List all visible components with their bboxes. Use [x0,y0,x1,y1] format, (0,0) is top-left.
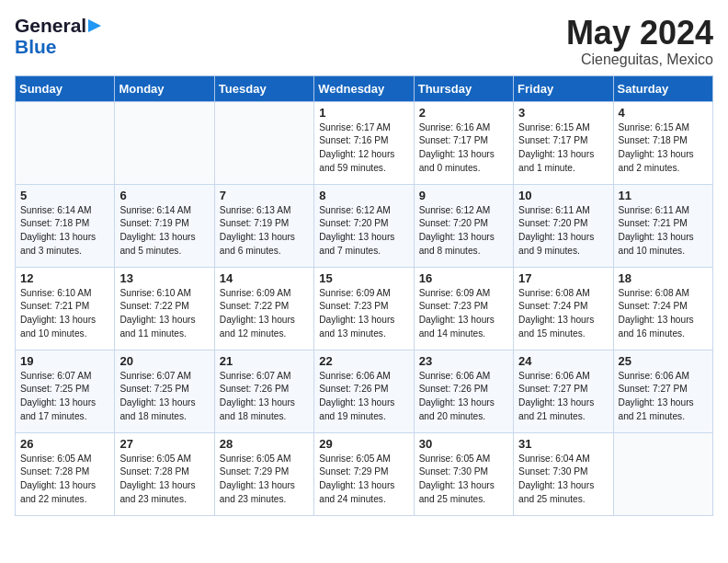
calendar-cell: 24Sunrise: 6:06 AMSunset: 7:27 PMDayligh… [514,350,613,432]
day-info: Sunrise: 6:10 AMSunset: 7:21 PMDaylight:… [20,287,109,341]
calendar-cell: 9Sunrise: 6:12 AMSunset: 7:20 PMDaylight… [414,184,513,267]
calendar-cell: 26Sunrise: 6:05 AMSunset: 7:28 PMDayligh… [16,432,115,515]
logo-general-text: General [15,15,86,36]
col-header-saturday: Saturday [613,75,712,101]
day-number: 18 [619,271,708,285]
day-number: 9 [419,189,508,202]
calendar-cell: 3Sunrise: 6:15 AMSunset: 7:17 PMDaylight… [514,101,613,184]
day-info: Sunrise: 6:12 AMSunset: 7:20 PMDaylight:… [319,204,408,259]
calendar-cell: 27Sunrise: 6:05 AMSunset: 7:28 PMDayligh… [115,432,214,515]
logo: General Blue [15,15,105,57]
calendar-cell: 29Sunrise: 6:05 AMSunset: 7:29 PMDayligh… [314,432,414,515]
calendar-cell: 5Sunrise: 6:14 AMSunset: 7:18 PMDaylight… [16,184,115,267]
col-header-wednesday: Wednesday [314,75,414,101]
calendar-cell [613,432,712,515]
day-number: 2 [419,106,508,120]
day-number: 19 [20,354,109,368]
calendar-cell: 14Sunrise: 6:09 AMSunset: 7:22 PMDayligh… [214,267,313,350]
day-number: 14 [220,271,309,285]
day-info: Sunrise: 6:12 AMSunset: 7:20 PMDaylight:… [419,204,508,259]
day-number: 17 [518,271,608,285]
col-header-tuesday: Tuesday [214,75,313,101]
calendar-cell: 8Sunrise: 6:12 AMSunset: 7:20 PMDaylight… [314,184,414,267]
day-number: 12 [20,271,109,285]
day-info: Sunrise: 6:14 AMSunset: 7:19 PMDaylight:… [119,204,209,259]
calendar-cell: 12Sunrise: 6:10 AMSunset: 7:21 PMDayligh… [16,267,115,350]
calendar-cell: 21Sunrise: 6:07 AMSunset: 7:26 PMDayligh… [214,350,313,432]
day-info: Sunrise: 6:06 AMSunset: 7:27 PMDaylight:… [619,370,708,424]
calendar-cell: 13Sunrise: 6:10 AMSunset: 7:22 PMDayligh… [115,267,214,350]
day-number: 27 [119,437,209,451]
calendar-cell: 17Sunrise: 6:08 AMSunset: 7:24 PMDayligh… [514,267,613,350]
day-info: Sunrise: 6:09 AMSunset: 7:23 PMDaylight:… [419,287,508,341]
col-header-thursday: Thursday [414,75,513,101]
svg-marker-0 [88,19,101,32]
day-number: 7 [220,189,309,202]
calendar-cell: 28Sunrise: 6:05 AMSunset: 7:29 PMDayligh… [214,432,313,515]
day-number: 30 [419,437,508,451]
day-number: 13 [119,271,209,285]
day-info: Sunrise: 6:07 AMSunset: 7:25 PMDaylight:… [119,370,209,424]
calendar-cell: 20Sunrise: 6:07 AMSunset: 7:25 PMDayligh… [115,350,214,432]
day-info: Sunrise: 6:09 AMSunset: 7:23 PMDaylight:… [319,287,408,341]
day-info: Sunrise: 6:05 AMSunset: 7:29 PMDaylight:… [319,453,408,507]
calendar-cell: 22Sunrise: 6:06 AMSunset: 7:26 PMDayligh… [314,350,414,432]
calendar-cell: 23Sunrise: 6:06 AMSunset: 7:26 PMDayligh… [414,350,513,432]
day-number: 1 [319,106,408,120]
calendar-cell: 2Sunrise: 6:16 AMSunset: 7:17 PMDaylight… [414,101,513,184]
day-info: Sunrise: 6:17 AMSunset: 7:16 PMDaylight:… [319,121,408,176]
day-info: Sunrise: 6:06 AMSunset: 7:27 PMDaylight:… [518,370,608,424]
day-info: Sunrise: 6:05 AMSunset: 7:30 PMDaylight:… [419,453,508,507]
day-number: 5 [20,189,109,202]
page-header: General Blue May 2024 Cieneguitas, Mexic… [15,15,713,68]
calendar-cell: 7Sunrise: 6:13 AMSunset: 7:19 PMDaylight… [214,184,313,267]
day-number: 28 [220,437,309,451]
day-info: Sunrise: 6:13 AMSunset: 7:19 PMDaylight:… [220,204,309,259]
calendar-cell: 31Sunrise: 6:04 AMSunset: 7:30 PMDayligh… [514,432,613,515]
day-info: Sunrise: 6:14 AMSunset: 7:18 PMDaylight:… [20,204,109,259]
day-number: 21 [220,354,309,368]
day-number: 25 [619,354,708,368]
calendar-cell: 16Sunrise: 6:09 AMSunset: 7:23 PMDayligh… [414,267,513,350]
day-number: 6 [119,189,209,202]
day-info: Sunrise: 6:15 AMSunset: 7:17 PMDaylight:… [518,121,608,176]
day-number: 16 [419,271,508,285]
day-number: 10 [518,189,608,202]
calendar-cell: 18Sunrise: 6:08 AMSunset: 7:24 PMDayligh… [613,267,712,350]
day-info: Sunrise: 6:15 AMSunset: 7:18 PMDaylight:… [619,121,708,176]
calendar-cell: 25Sunrise: 6:06 AMSunset: 7:27 PMDayligh… [613,350,712,432]
day-number: 23 [419,354,508,368]
day-number: 26 [20,437,109,451]
day-info: Sunrise: 6:07 AMSunset: 7:25 PMDaylight:… [20,370,109,424]
logo-arrow-icon [88,17,105,34]
calendar-cell: 10Sunrise: 6:11 AMSunset: 7:20 PMDayligh… [514,184,613,267]
day-number: 11 [619,189,708,202]
day-number: 4 [619,106,708,120]
calendar-cell [214,101,313,184]
day-number: 8 [319,189,408,202]
calendar-cell: 19Sunrise: 6:07 AMSunset: 7:25 PMDayligh… [16,350,115,432]
day-info: Sunrise: 6:06 AMSunset: 7:26 PMDaylight:… [419,370,508,424]
day-info: Sunrise: 6:09 AMSunset: 7:22 PMDaylight:… [220,287,309,341]
day-info: Sunrise: 6:10 AMSunset: 7:22 PMDaylight:… [119,287,209,341]
calendar-cell: 1Sunrise: 6:17 AMSunset: 7:16 PMDaylight… [314,101,414,184]
location-subtitle: Cieneguitas, Mexico [566,52,713,68]
day-info: Sunrise: 6:08 AMSunset: 7:24 PMDaylight:… [518,287,608,341]
col-header-sunday: Sunday [16,75,115,101]
calendar-cell: 6Sunrise: 6:14 AMSunset: 7:19 PMDaylight… [115,184,214,267]
calendar-cell [115,101,214,184]
day-info: Sunrise: 6:16 AMSunset: 7:17 PMDaylight:… [419,121,508,176]
day-info: Sunrise: 6:07 AMSunset: 7:26 PMDaylight:… [220,370,309,424]
calendar-cell: 11Sunrise: 6:11 AMSunset: 7:21 PMDayligh… [613,184,712,267]
calendar-cell: 4Sunrise: 6:15 AMSunset: 7:18 PMDaylight… [613,101,712,184]
day-info: Sunrise: 6:04 AMSunset: 7:30 PMDaylight:… [518,453,608,507]
day-info: Sunrise: 6:11 AMSunset: 7:21 PMDaylight:… [619,204,708,259]
day-info: Sunrise: 6:06 AMSunset: 7:26 PMDaylight:… [319,370,408,424]
logo-blue-text: Blue [15,36,57,57]
calendar-cell [16,101,115,184]
day-info: Sunrise: 6:08 AMSunset: 7:24 PMDaylight:… [619,287,708,341]
day-number: 20 [119,354,209,368]
day-number: 3 [518,106,608,120]
calendar-cell: 30Sunrise: 6:05 AMSunset: 7:30 PMDayligh… [414,432,513,515]
day-info: Sunrise: 6:05 AMSunset: 7:29 PMDaylight:… [220,453,309,507]
